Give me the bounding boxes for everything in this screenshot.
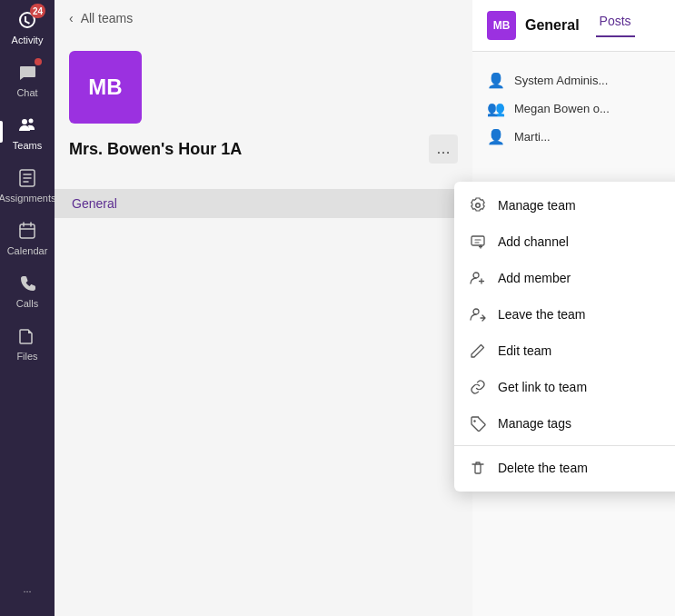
tag-icon — [469, 414, 487, 432]
member-icon-1: 👤 — [487, 72, 505, 89]
channel-list: General — [55, 189, 472, 218]
teams-icon-wrap — [15, 113, 40, 138]
teams-label: Teams — [13, 140, 42, 151]
add-member-label: Add member — [498, 271, 571, 285]
sidebar-item-calls[interactable]: Calls — [0, 263, 55, 316]
menu-item-edit-team[interactable]: Edit team — [454, 333, 675, 369]
leave-icon — [469, 305, 487, 323]
team-card: MB Mrs. Bowen's Hour 1A … — [55, 36, 472, 178]
trash-icon — [469, 459, 487, 477]
chat-label: Chat — [16, 87, 37, 98]
menu-divider — [454, 445, 675, 446]
all-teams-link[interactable]: All teams — [81, 11, 134, 25]
sidebar-item-calendar[interactable]: Calendar — [0, 211, 55, 263]
menu-item-get-link[interactable]: Get link to team — [454, 369, 675, 405]
member-row-3: 👤 Marti... — [487, 123, 660, 151]
sidebar: 24 Activity Chat Teams — [0, 0, 55, 616]
member-icon-3: 👤 — [487, 128, 505, 145]
calls-icon — [17, 273, 37, 293]
team-name: Mrs. Bowen's Hour 1A — [69, 140, 242, 159]
member-icon-2: 👥 — [487, 100, 505, 117]
menu-item-add-member[interactable]: Add member — [454, 260, 675, 296]
member-row-2: 👥 Megan Bowen o... — [487, 94, 660, 123]
sidebar-item-assignments[interactable]: Assignments — [0, 158, 55, 211]
svg-rect-3 — [20, 224, 35, 238]
assignments-label: Assignments — [0, 193, 56, 204]
assignments-icon-wrap — [15, 165, 40, 191]
chat-badge-dot — [35, 58, 42, 65]
edit-team-label: Edit team — [498, 343, 551, 358]
sidebar-item-files[interactable]: Files — [0, 316, 55, 369]
link-icon — [469, 378, 487, 396]
sidebar-item-teams[interactable]: Teams — [0, 105, 55, 158]
team-more-button[interactable]: … — [429, 134, 458, 164]
teams-icon — [17, 115, 37, 135]
gear-icon — [469, 196, 487, 214]
team-avatar: MB — [69, 51, 142, 124]
context-menu: Manage team Add channel — [454, 182, 675, 492]
files-icon — [17, 326, 37, 346]
manage-team-label: Manage team — [498, 198, 576, 213]
menu-item-manage-tags[interactable]: Manage tags — [454, 405, 675, 442]
right-panel-title: General — [525, 17, 580, 34]
calendar-label: Calendar — [7, 245, 48, 256]
member-label-3: Marti... — [514, 130, 551, 144]
chat-icon — [17, 63, 37, 83]
svg-point-5 — [473, 273, 479, 278]
calendar-icon-wrap — [15, 218, 40, 243]
right-panel-avatar: MB — [487, 11, 516, 40]
members-area: 👤 System Adminis... 👥 Megan Bowen o... 👤… — [472, 52, 675, 165]
files-icon-wrap — [15, 323, 40, 349]
channel-general[interactable]: General — [55, 189, 472, 218]
add-channel-label: Add channel — [498, 234, 569, 249]
menu-item-leave-team[interactable]: Leave the team — [454, 296, 675, 333]
calls-icon-wrap — [15, 271, 40, 296]
activity-badge: 24 — [30, 4, 45, 18]
teams-header: ‹ All teams — [55, 0, 472, 36]
chat-icon-wrap — [15, 60, 40, 85]
member-label-1: System Adminis... — [514, 74, 608, 87]
activity-label: Activity — [12, 35, 44, 45]
delete-team-label: Delete the team — [498, 461, 588, 475]
main-area: ‹ All teams MB Mrs. Bowen's Hour 1A … Ge… — [55, 0, 675, 616]
sidebar-more[interactable]: ... — [0, 576, 55, 601]
leave-team-label: Leave the team — [498, 307, 586, 322]
sidebar-item-chat[interactable]: Chat — [0, 53, 55, 105]
edit-icon — [469, 342, 487, 360]
more-dots: ... — [23, 583, 31, 594]
files-label: Files — [16, 351, 37, 362]
calls-label: Calls — [16, 298, 38, 309]
activity-icon-wrap: 24 — [15, 7, 40, 33]
calendar-icon — [17, 221, 37, 241]
add-person-icon — [469, 269, 487, 287]
svg-point-6 — [473, 309, 479, 314]
menu-item-delete-team[interactable]: Delete the team — [454, 450, 675, 486]
svg-rect-4 — [472, 236, 484, 245]
sidebar-item-activity[interactable]: 24 Activity — [0, 0, 55, 53]
tabs-row: Posts — [596, 14, 642, 37]
tab-posts[interactable]: Posts — [596, 14, 635, 37]
manage-tags-label: Manage tags — [498, 416, 571, 431]
assignments-icon — [17, 168, 37, 188]
teams-panel: ‹ All teams MB Mrs. Bowen's Hour 1A … Ge… — [55, 0, 472, 616]
member-label-2: Megan Bowen o... — [514, 102, 610, 115]
svg-point-1 — [29, 119, 34, 124]
svg-point-0 — [22, 119, 27, 124]
channel-icon — [469, 233, 487, 251]
right-header: MB General Posts — [472, 0, 675, 52]
team-name-row: Mrs. Bowen's Hour 1A … — [69, 134, 458, 164]
svg-point-7 — [473, 420, 475, 422]
get-link-label: Get link to team — [498, 380, 587, 394]
back-arrow-icon[interactable]: ‹ — [69, 11, 74, 25]
menu-item-add-channel[interactable]: Add channel — [454, 224, 675, 260]
member-row-1: 👤 System Adminis... — [487, 66, 660, 94]
menu-item-manage-team[interactable]: Manage team — [454, 187, 675, 224]
